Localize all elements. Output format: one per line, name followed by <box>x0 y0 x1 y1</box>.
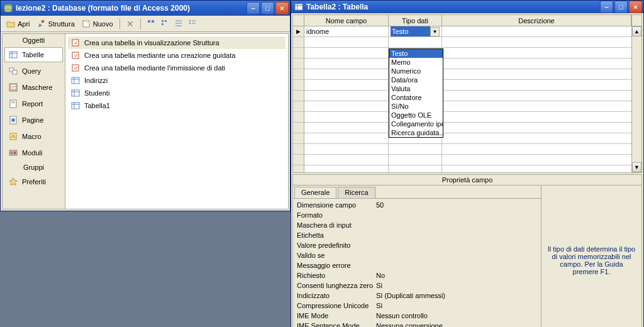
prop-row[interactable]: Consenti lunghezza zeroSì <box>293 282 541 292</box>
table-tabella1[interactable]: Tabella1 <box>68 99 286 112</box>
sidebar-item-tables[interactable]: Tabelle <box>4 47 63 62</box>
row-selector[interactable] <box>293 101 304 111</box>
prop-row[interactable]: Formato <box>293 211 541 221</box>
vertical-scrollbar[interactable]: ▲ ▼ <box>631 26 641 172</box>
col-header-desc[interactable]: Descrizione <box>442 15 631 26</box>
scroll-down-icon[interactable]: ▼ <box>632 162 641 172</box>
type-option-numerico[interactable]: Numerico <box>389 67 443 75</box>
sidebar-item-reports[interactable]: Report <box>4 96 63 111</box>
field-row[interactable] <box>293 123 641 133</box>
large-icons-button[interactable] <box>145 18 157 30</box>
minimize-button[interactable]: – <box>247 2 260 14</box>
prop-row[interactable]: RichiestoNo <box>293 272 541 282</box>
field-row[interactable] <box>293 133 641 144</box>
prop-value[interactable]: Sì <box>374 282 541 292</box>
type-option-sino[interactable]: Sì/No <box>389 102 443 111</box>
row-selector[interactable] <box>293 37 304 47</box>
design-button[interactable]: Struttura <box>34 18 77 30</box>
prop-value[interactable] <box>374 252 541 262</box>
prop-value[interactable]: No <box>374 272 541 282</box>
prop-value[interactable] <box>374 241 541 252</box>
col-header-name[interactable]: Nome campo <box>304 15 389 26</box>
type-option-lookup[interactable]: Ricerca guidata... <box>389 128 443 137</box>
maximize-button[interactable]: □ <box>261 2 274 14</box>
maximize-button[interactable]: □ <box>614 1 628 13</box>
type-option-contatore[interactable]: Contatore <box>389 93 443 102</box>
type-option-testo[interactable]: Testo <box>389 49 443 58</box>
row-selector[interactable] <box>293 165 304 172</box>
sidebar-item-macros[interactable]: Macro <box>4 129 63 144</box>
type-option-hyperlink[interactable]: Collegamento ipert <box>389 119 443 128</box>
prop-row[interactable]: Dimensione campo50 <box>293 201 541 211</box>
row-selector[interactable] <box>293 123 304 133</box>
row-selector[interactable] <box>293 69 304 79</box>
field-desc-cell[interactable] <box>442 26 641 36</box>
type-option-dataora[interactable]: Data/ora <box>389 75 443 84</box>
row-selector[interactable] <box>293 155 304 165</box>
prop-row[interactable]: Messaggio errore <box>293 262 541 272</box>
row-selector[interactable] <box>293 144 304 154</box>
small-icons-button[interactable] <box>158 18 171 30</box>
field-row[interactable] <box>293 165 641 172</box>
field-row[interactable] <box>293 101 641 112</box>
row-selector[interactable] <box>293 48 304 58</box>
field-row[interactable]: ▶ idnome Testo ▼ <box>293 26 641 37</box>
field-row[interactable] <box>293 112 641 123</box>
sidebar-item-pages[interactable]: Pagine <box>4 113 63 128</box>
field-row[interactable] <box>293 37 641 48</box>
type-option-valuta[interactable]: Valuta <box>389 84 443 93</box>
row-selector[interactable] <box>293 91 304 101</box>
delete-button[interactable]: ✕ <box>124 18 136 30</box>
col-header-type[interactable]: Tipo dati <box>389 15 442 26</box>
minimize-button[interactable]: – <box>600 1 613 13</box>
prop-row[interactable]: Etichetta <box>293 231 541 241</box>
prop-value[interactable] <box>374 262 541 272</box>
sidebar-item-queries[interactable]: Query <box>4 64 63 79</box>
row-selector[interactable] <box>293 112 304 122</box>
prop-value[interactable]: Sì <box>374 302 541 312</box>
row-selector[interactable]: ▶ <box>293 26 304 36</box>
field-row[interactable] <box>293 48 641 58</box>
new-button[interactable]: Nuovo <box>79 18 116 30</box>
prop-value[interactable]: 50 <box>374 201 541 211</box>
scroll-up-icon[interactable]: ▲ <box>632 26 641 36</box>
field-row[interactable] <box>293 80 641 91</box>
prop-row[interactable]: IME ModeNessun controllo <box>293 312 541 322</box>
field-row[interactable] <box>293 69 641 80</box>
table-studenti[interactable]: Studenti <box>68 87 286 99</box>
close-button[interactable]: × <box>275 2 289 14</box>
sidebar-item-favorites[interactable]: Preferiti <box>4 174 63 189</box>
row-selector[interactable] <box>293 133 304 143</box>
details-button[interactable] <box>186 18 199 30</box>
prop-row[interactable]: Compressione UnicodeSì <box>293 302 541 312</box>
field-name-cell[interactable]: idnome <box>304 26 389 36</box>
close-button[interactable]: × <box>629 1 642 13</box>
create-table-wizard[interactable]: Crea una tabella mediante una creazione … <box>68 49 286 62</box>
prop-value[interactable]: Nessun controllo <box>374 312 541 322</box>
create-table-design[interactable]: Crea una tabella in visualizzazione Stru… <box>68 36 286 49</box>
field-row[interactable] <box>293 155 641 165</box>
prop-value[interactable]: Sì (Duplicati ammessi) <box>374 292 541 302</box>
type-option-memo[interactable]: Memo <box>389 58 443 67</box>
corner-cell[interactable] <box>293 15 304 26</box>
prop-row[interactable]: Maschera di input <box>293 221 541 231</box>
prop-row[interactable]: Valore predefinito <box>293 241 541 252</box>
prop-value[interactable] <box>374 231 541 241</box>
prop-row[interactable]: IME Sentence ModeNessuna conversione <box>293 322 541 327</box>
dropdown-arrow-icon[interactable]: ▼ <box>430 27 440 36</box>
field-row[interactable] <box>293 144 641 155</box>
field-row[interactable] <box>293 91 641 101</box>
row-selector[interactable] <box>293 58 304 69</box>
list-button[interactable] <box>172 18 185 30</box>
prop-value[interactable] <box>374 211 541 221</box>
prop-value[interactable]: Nessuna conversione <box>374 322 541 327</box>
prop-row[interactable]: IndicizzatoSì (Duplicati ammessi) <box>293 292 541 302</box>
type-option-ole[interactable]: Oggetto OLE <box>389 111 443 119</box>
titlebar-db[interactable]: lezione2 : Database (formato file di Acc… <box>1 1 290 16</box>
tab-lookup[interactable]: Ricerca <box>338 187 375 198</box>
sidebar-item-modules[interactable]: Moduli <box>4 145 63 160</box>
row-selector[interactable] <box>293 80 304 90</box>
open-button[interactable]: Apri <box>3 18 33 30</box>
sidebar-item-forms[interactable]: Maschere <box>4 80 63 95</box>
titlebar-tbl[interactable]: Tabella2 : Tabella – □ × <box>291 1 643 13</box>
